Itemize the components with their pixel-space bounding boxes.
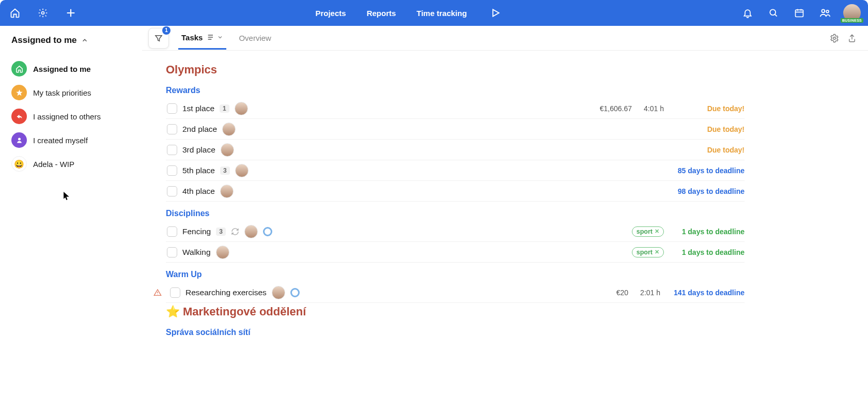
nav-reports[interactable]: Reports [367,9,396,18]
sidebar-item-label: Adela - WIP [33,160,74,169]
task-checkbox[interactable] [167,186,177,196]
sidebar-item-4[interactable]: 😀Adela - WIP [11,152,131,176]
section-title[interactable]: Rewards [166,86,745,95]
svg-point-1 [770,9,776,15]
sidebar: Assigned to me Assigned to meMy task pri… [0,26,142,395]
sidebar-item-label: I created myself [33,136,88,145]
task-due: 1 days to deadline [677,227,745,236]
list-view-icon[interactable] [207,33,215,41]
share-icon[interactable] [847,34,857,43]
tag-remove-icon[interactable]: ✕ [655,228,659,235]
task-row[interactable]: 4th place98 days to deadline [166,181,745,202]
gear-icon[interactable] [35,5,51,21]
task-tag[interactable]: sport✕ [632,226,664,237]
search-icon[interactable] [766,5,781,21]
assignee-avatar[interactable] [221,143,234,157]
svg-point-0 [42,12,44,14]
topbar: Projects Reports Time tracking [0,0,868,26]
task-hours: 4:01 h [637,104,664,113]
calendar-icon[interactable] [792,5,807,21]
assignee-avatar[interactable] [235,102,248,115]
filter-count-badge: 1 [162,26,171,35]
home-icon[interactable] [7,5,23,21]
section-title[interactable]: Warm Up [166,270,745,279]
play-outline-icon[interactable] [488,5,503,21]
task-name: 3rd place [182,145,215,155]
sidebar-item-3[interactable]: I created myself [11,128,131,152]
assignee-avatar[interactable] [235,164,249,177]
task-row[interactable]: 1st place1€1,606.674:01 hDue today! [166,98,745,119]
assignee-avatar[interactable] [272,286,285,299]
sidebar-item-icon [11,109,27,124]
task-due: Due today! [677,125,745,133]
task-checkbox[interactable] [167,247,177,257]
svg-point-5 [833,37,836,39]
section-title[interactable]: Disciplines [166,209,745,218]
task-name: 2nd place [182,125,217,134]
task-row[interactable]: 5th place385 days to deadline [166,160,745,181]
people-icon[interactable] [817,5,833,21]
task-due: Due today! [677,104,745,113]
subtask-count: 3 [216,227,226,236]
task-checkbox[interactable] [170,287,180,298]
task-due: 141 days to deadline [674,288,745,297]
sidebar-item-0[interactable]: Assigned to me [11,57,131,81]
task-name: 5th place [182,166,215,175]
tab-tasks[interactable]: Tasks [178,27,226,50]
funnel-icon [154,34,163,43]
task-due: Due today! [677,146,745,154]
settings-gear-icon[interactable] [830,34,839,43]
chevron-down-icon[interactable] [217,34,223,40]
tag-remove-icon[interactable]: ✕ [655,249,659,255]
progress-ring-icon [263,227,272,236]
task-row[interactable]: 3rd placeDue today! [166,140,745,160]
task-row[interactable]: Walkingsport✕1 days to deadline [166,242,745,263]
sidebar-item-icon: 😀 [11,156,27,172]
task-due: 98 days to deadline [677,187,745,195]
task-checkbox[interactable] [167,124,177,134]
project-title[interactable]: ⭐Marketingové oddělení [166,305,745,318]
task-checkbox[interactable] [167,145,177,155]
chevron-up-icon [81,37,88,44]
sidebar-item-2[interactable]: I assigned to others [11,104,131,128]
task-cost: €1,606.67 [596,104,632,113]
sidebar-title[interactable]: Assigned to me [11,35,131,45]
sidebar-item-1[interactable]: My task priorities [11,81,131,104]
tabbar: 1 Tasks Overview [142,26,868,51]
task-checkbox[interactable] [167,226,177,237]
project-title[interactable]: Olympics [166,63,745,77]
nav-projects[interactable]: Projects [315,9,346,18]
sidebar-item-icon [11,85,27,100]
recurring-icon [231,227,239,236]
task-checkbox[interactable] [167,165,177,176]
sidebar-item-icon [11,61,27,77]
task-cost: €20 [592,288,628,297]
task-row[interactable]: 2nd placeDue today! [166,119,745,140]
task-name: Researching exercises [185,288,267,297]
task-row[interactable]: Researching exercises€202:01 h141 days t… [166,282,745,303]
subtask-count: 3 [220,166,230,175]
plus-icon[interactable] [63,5,79,21]
assignee-avatar[interactable] [244,225,258,238]
section-title[interactable]: Správa sociálních sítí [166,328,745,337]
task-name: Walking [182,248,211,257]
tab-overview[interactable]: Overview [236,27,274,49]
nav-time-tracking[interactable]: Time tracking [416,9,467,18]
task-tag[interactable]: sport✕ [632,247,664,257]
assignee-avatar[interactable] [220,185,234,198]
svg-point-4 [826,10,829,13]
filter-button[interactable]: 1 [148,28,169,49]
sidebar-title-label: Assigned to me [11,35,77,45]
bell-icon[interactable] [740,5,755,21]
task-name: 4th place [182,187,215,196]
task-due: 85 days to deadline [677,166,745,175]
assignee-avatar[interactable] [222,123,236,136]
sidebar-item-label: Assigned to me [33,65,91,73]
subtask-count: 1 [220,104,229,113]
assignee-avatar[interactable] [216,246,229,259]
task-name: 1st place [182,104,214,113]
tab-overview-label: Overview [239,34,271,42]
task-row[interactable]: Fencing3sport✕1 days to deadline [166,221,745,242]
task-checkbox[interactable] [167,103,177,114]
user-avatar[interactable] [843,4,861,22]
